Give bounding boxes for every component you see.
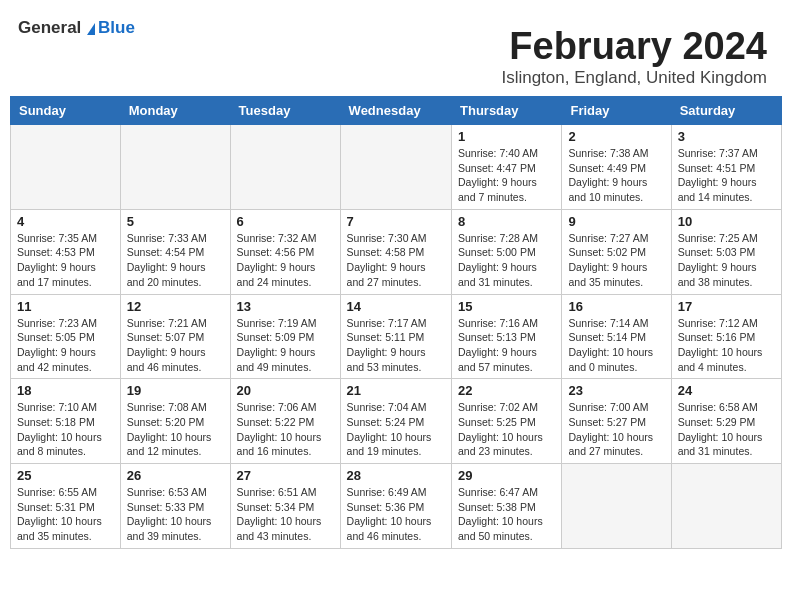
day-number: 24 [678, 383, 775, 398]
day-info: Sunrise: 6:47 AM Sunset: 5:38 PM Dayligh… [458, 485, 555, 544]
day-info: Sunrise: 7:25 AM Sunset: 5:03 PM Dayligh… [678, 231, 775, 290]
calendar-header-row: Sunday Monday Tuesday Wednesday Thursday… [11, 97, 782, 125]
table-row: 12Sunrise: 7:21 AM Sunset: 5:07 PM Dayli… [120, 294, 230, 379]
day-info: Sunrise: 7:35 AM Sunset: 4:53 PM Dayligh… [17, 231, 114, 290]
table-row: 11Sunrise: 7:23 AM Sunset: 5:05 PM Dayli… [11, 294, 121, 379]
day-number: 8 [458, 214, 555, 229]
day-info: Sunrise: 7:33 AM Sunset: 4:54 PM Dayligh… [127, 231, 224, 290]
table-row [340, 125, 451, 210]
page-wrapper: General Blue February 2024 Islington, En… [0, 0, 792, 569]
day-number: 18 [17, 383, 114, 398]
table-row: 3Sunrise: 7:37 AM Sunset: 4:51 PM Daylig… [671, 125, 781, 210]
day-number: 20 [237, 383, 334, 398]
table-row: 26Sunrise: 6:53 AM Sunset: 5:33 PM Dayli… [120, 464, 230, 549]
day-info: Sunrise: 6:55 AM Sunset: 5:31 PM Dayligh… [17, 485, 114, 544]
col-thursday: Thursday [452, 97, 562, 125]
day-info: Sunrise: 7:38 AM Sunset: 4:49 PM Dayligh… [568, 146, 664, 205]
day-number: 27 [237, 468, 334, 483]
table-row: 10Sunrise: 7:25 AM Sunset: 5:03 PM Dayli… [671, 209, 781, 294]
table-row: 25Sunrise: 6:55 AM Sunset: 5:31 PM Dayli… [11, 464, 121, 549]
day-number: 17 [678, 299, 775, 314]
table-row: 24Sunrise: 6:58 AM Sunset: 5:29 PM Dayli… [671, 379, 781, 464]
day-number: 11 [17, 299, 114, 314]
table-row: 6Sunrise: 7:32 AM Sunset: 4:56 PM Daylig… [230, 209, 340, 294]
page-subtitle: Islington, England, United Kingdom [10, 68, 767, 88]
day-info: Sunrise: 7:17 AM Sunset: 5:11 PM Dayligh… [347, 316, 445, 375]
table-row: 1Sunrise: 7:40 AM Sunset: 4:47 PM Daylig… [452, 125, 562, 210]
day-info: Sunrise: 7:28 AM Sunset: 5:00 PM Dayligh… [458, 231, 555, 290]
day-number: 10 [678, 214, 775, 229]
day-number: 25 [17, 468, 114, 483]
day-info: Sunrise: 7:04 AM Sunset: 5:24 PM Dayligh… [347, 400, 445, 459]
day-number: 16 [568, 299, 664, 314]
day-info: Sunrise: 7:32 AM Sunset: 4:56 PM Dayligh… [237, 231, 334, 290]
day-info: Sunrise: 7:06 AM Sunset: 5:22 PM Dayligh… [237, 400, 334, 459]
day-info: Sunrise: 6:53 AM Sunset: 5:33 PM Dayligh… [127, 485, 224, 544]
table-row [11, 125, 121, 210]
table-row: 18Sunrise: 7:10 AM Sunset: 5:18 PM Dayli… [11, 379, 121, 464]
table-row [562, 464, 671, 549]
table-row: 16Sunrise: 7:14 AM Sunset: 5:14 PM Dayli… [562, 294, 671, 379]
table-row: 2Sunrise: 7:38 AM Sunset: 4:49 PM Daylig… [562, 125, 671, 210]
table-row: 21Sunrise: 7:04 AM Sunset: 5:24 PM Dayli… [340, 379, 451, 464]
day-info: Sunrise: 7:23 AM Sunset: 5:05 PM Dayligh… [17, 316, 114, 375]
day-info: Sunrise: 7:12 AM Sunset: 5:16 PM Dayligh… [678, 316, 775, 375]
day-info: Sunrise: 7:40 AM Sunset: 4:47 PM Dayligh… [458, 146, 555, 205]
table-row [671, 464, 781, 549]
logo-general: General [18, 18, 81, 37]
week-row-4: 18Sunrise: 7:10 AM Sunset: 5:18 PM Dayli… [11, 379, 782, 464]
table-row: 14Sunrise: 7:17 AM Sunset: 5:11 PM Dayli… [340, 294, 451, 379]
logo-arrow-icon [87, 23, 95, 35]
table-row: 8Sunrise: 7:28 AM Sunset: 5:00 PM Daylig… [452, 209, 562, 294]
table-row: 13Sunrise: 7:19 AM Sunset: 5:09 PM Dayli… [230, 294, 340, 379]
day-number: 7 [347, 214, 445, 229]
day-info: Sunrise: 7:16 AM Sunset: 5:13 PM Dayligh… [458, 316, 555, 375]
day-info: Sunrise: 6:49 AM Sunset: 5:36 PM Dayligh… [347, 485, 445, 544]
week-row-2: 4Sunrise: 7:35 AM Sunset: 4:53 PM Daylig… [11, 209, 782, 294]
col-sunday: Sunday [11, 97, 121, 125]
day-number: 5 [127, 214, 224, 229]
week-row-1: 1Sunrise: 7:40 AM Sunset: 4:47 PM Daylig… [11, 125, 782, 210]
day-info: Sunrise: 7:19 AM Sunset: 5:09 PM Dayligh… [237, 316, 334, 375]
col-wednesday: Wednesday [340, 97, 451, 125]
table-row: 29Sunrise: 6:47 AM Sunset: 5:38 PM Dayli… [452, 464, 562, 549]
day-info: Sunrise: 7:08 AM Sunset: 5:20 PM Dayligh… [127, 400, 224, 459]
day-number: 23 [568, 383, 664, 398]
day-number: 21 [347, 383, 445, 398]
day-number: 9 [568, 214, 664, 229]
logo: General Blue [18, 18, 135, 38]
week-row-5: 25Sunrise: 6:55 AM Sunset: 5:31 PM Dayli… [11, 464, 782, 549]
day-info: Sunrise: 7:02 AM Sunset: 5:25 PM Dayligh… [458, 400, 555, 459]
day-number: 28 [347, 468, 445, 483]
table-row: 27Sunrise: 6:51 AM Sunset: 5:34 PM Dayli… [230, 464, 340, 549]
table-row: 23Sunrise: 7:00 AM Sunset: 5:27 PM Dayli… [562, 379, 671, 464]
day-number: 3 [678, 129, 775, 144]
table-row: 4Sunrise: 7:35 AM Sunset: 4:53 PM Daylig… [11, 209, 121, 294]
day-info: Sunrise: 7:30 AM Sunset: 4:58 PM Dayligh… [347, 231, 445, 290]
table-row: 20Sunrise: 7:06 AM Sunset: 5:22 PM Dayli… [230, 379, 340, 464]
table-row: 22Sunrise: 7:02 AM Sunset: 5:25 PM Dayli… [452, 379, 562, 464]
table-row: 19Sunrise: 7:08 AM Sunset: 5:20 PM Dayli… [120, 379, 230, 464]
logo-blue: Blue [98, 18, 135, 38]
table-row: 7Sunrise: 7:30 AM Sunset: 4:58 PM Daylig… [340, 209, 451, 294]
day-number: 14 [347, 299, 445, 314]
day-number: 6 [237, 214, 334, 229]
day-info: Sunrise: 7:21 AM Sunset: 5:07 PM Dayligh… [127, 316, 224, 375]
col-tuesday: Tuesday [230, 97, 340, 125]
day-info: Sunrise: 7:37 AM Sunset: 4:51 PM Dayligh… [678, 146, 775, 205]
table-row: 28Sunrise: 6:49 AM Sunset: 5:36 PM Dayli… [340, 464, 451, 549]
day-info: Sunrise: 7:10 AM Sunset: 5:18 PM Dayligh… [17, 400, 114, 459]
day-number: 13 [237, 299, 334, 314]
table-row: 9Sunrise: 7:27 AM Sunset: 5:02 PM Daylig… [562, 209, 671, 294]
day-info: Sunrise: 7:14 AM Sunset: 5:14 PM Dayligh… [568, 316, 664, 375]
table-row [120, 125, 230, 210]
table-row: 5Sunrise: 7:33 AM Sunset: 4:54 PM Daylig… [120, 209, 230, 294]
day-number: 26 [127, 468, 224, 483]
day-number: 4 [17, 214, 114, 229]
day-number: 12 [127, 299, 224, 314]
calendar-table: Sunday Monday Tuesday Wednesday Thursday… [10, 96, 782, 549]
day-number: 19 [127, 383, 224, 398]
day-number: 29 [458, 468, 555, 483]
week-row-3: 11Sunrise: 7:23 AM Sunset: 5:05 PM Dayli… [11, 294, 782, 379]
day-number: 1 [458, 129, 555, 144]
